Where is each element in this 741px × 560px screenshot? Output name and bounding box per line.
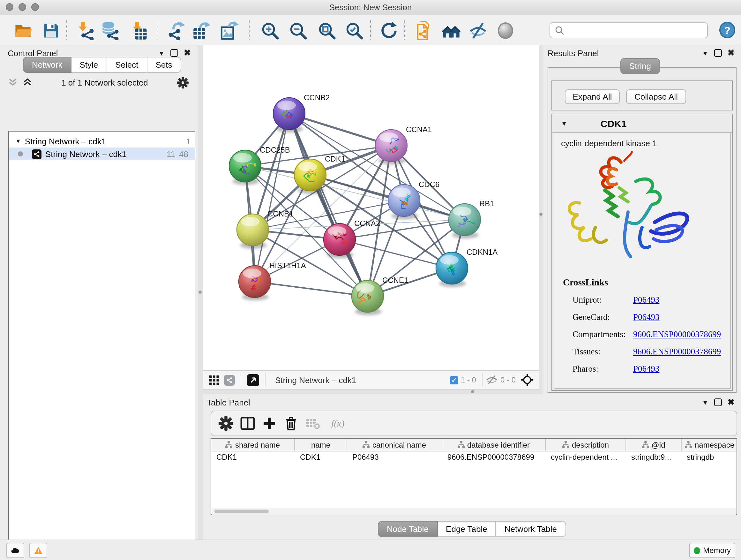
zoom-fit-button[interactable]	[316, 20, 338, 42]
crosslinks-title: CrossLinks	[563, 277, 608, 288]
splitter-handle[interactable]	[199, 291, 202, 294]
hidden-eye-icon[interactable]	[486, 375, 498, 385]
network-view-toolbar: String Network – cdk1 ✓ 1 - 0 0 - 0	[203, 370, 539, 389]
memory-button[interactable]: Memory	[689, 543, 735, 558]
cloud-status-button[interactable]	[6, 543, 24, 558]
import-table-button[interactable]	[128, 20, 150, 42]
function-builder-button[interactable]: f(x)	[331, 418, 345, 429]
column-header-shared-name[interactable]: shared name	[211, 439, 295, 451]
tab-style[interactable]: Style	[71, 57, 107, 73]
help-button[interactable]: ?	[719, 22, 735, 38]
column-header-database-identifier[interactable]: database identifier	[442, 439, 546, 451]
expand-all-button[interactable]: Expand All	[565, 89, 620, 104]
string-view-button[interactable]	[224, 374, 235, 385]
edge-HIST1H1A-CCNE1[interactable]	[255, 282, 367, 296]
zoom-selected-button[interactable]	[343, 20, 365, 42]
export-network-button[interactable]	[165, 20, 187, 42]
birds-eye-view-button[interactable]	[247, 374, 259, 386]
collapse-all-icon[interactable]	[8, 77, 18, 87]
zoom-out-button[interactable]	[287, 20, 309, 42]
result-entry-header[interactable]: ▼ CDK1	[552, 114, 732, 133]
table-cell-namespace: stringdb	[682, 451, 737, 463]
tab-select[interactable]: Select	[107, 57, 147, 73]
entry-expander-icon[interactable]: ▼	[561, 120, 567, 127]
protein-structure-image	[560, 151, 697, 269]
splitter-handle[interactable]	[539, 212, 542, 216]
export-network-icon	[166, 21, 186, 40]
table-options-button[interactable]	[216, 414, 235, 433]
home-networks-button[interactable]	[441, 20, 462, 42]
tab-node-table[interactable]: Node Table	[378, 521, 437, 537]
apply-layout-button[interactable]	[378, 20, 400, 42]
column-header-name[interactable]: name	[295, 439, 347, 451]
column-header-namespace[interactable]: namespace	[682, 439, 737, 451]
control-panel-menu-button[interactable]: ▼	[158, 50, 165, 57]
crosslink-link-pharos[interactable]: P06493	[633, 364, 660, 374]
grid-view-button[interactable]	[209, 375, 219, 385]
fit-selected-button[interactable]	[521, 374, 534, 386]
table-cell-database-identifier: 9606.ENSP00000378699	[442, 451, 546, 463]
tab-string[interactable]: String	[620, 58, 660, 74]
gray-sphere-icon	[498, 22, 513, 39]
tab-edge-table[interactable]: Edge Table	[437, 521, 496, 537]
tab-sets[interactable]: Sets	[147, 57, 181, 73]
control-panel-tabs: NetworkStyleSelectSets	[23, 57, 181, 73]
crosslink-link-tissues[interactable]: 9606.ENSP00000378699	[633, 347, 721, 357]
zoom-in-button[interactable]	[259, 20, 281, 42]
network-selection-status: 1 of 1 Network selected	[32, 78, 177, 87]
column-header-description[interactable]: description	[546, 439, 626, 451]
results-panel-close-button[interactable]: ✖	[728, 50, 735, 56]
selected-nodes-checkbox[interactable]: ✓	[450, 376, 458, 384]
table-panel-menu-button[interactable]: ▼	[702, 399, 709, 406]
table-panel-close-button[interactable]: ✖	[728, 399, 735, 406]
show-panel-button[interactable]	[496, 20, 518, 42]
left-splitter[interactable]	[198, 45, 203, 540]
crosslink-link-uniprot[interactable]: P06493	[633, 295, 660, 305]
splitter-handle[interactable]	[471, 390, 474, 393]
memory-label: Memory	[703, 546, 731, 555]
table-horizontal-scrollbar[interactable]	[212, 508, 736, 515]
import-network-from-database-button[interactable]	[99, 20, 121, 42]
table-row[interactable]: CDK1CDK1P064939606.ENSP00000378699cyclin…	[211, 451, 737, 463]
node-label-CCNB1: CCNB1	[267, 209, 293, 218]
crosslink-link-genecard[interactable]: P06493	[633, 312, 660, 322]
warnings-button[interactable]	[29, 543, 47, 558]
search-input[interactable]	[565, 26, 707, 35]
crosslink-link-compartments[interactable]: 9606.ENSP00000378699	[633, 329, 721, 339]
control-panel-close-button[interactable]: ✖	[184, 50, 191, 56]
export-table-button[interactable]	[191, 20, 212, 42]
results-panel-menu-button[interactable]: ▼	[702, 50, 709, 57]
collapse-all-button[interactable]: Collapse All	[626, 89, 686, 104]
export-image-button[interactable]	[218, 20, 240, 42]
tab-network[interactable]: Network	[23, 57, 71, 73]
table-panel-title: Table Panel	[207, 398, 250, 408]
node-gloss	[356, 283, 374, 293]
column-header-id[interactable]: @id	[626, 439, 682, 451]
column-header-canonical-name[interactable]: canonical name	[347, 439, 442, 451]
delete-table-button[interactable]	[303, 414, 322, 433]
results-panel-float-button[interactable]	[714, 49, 722, 57]
create-column-button[interactable]	[260, 414, 279, 433]
control-panel-float-button[interactable]	[171, 49, 178, 57]
tree-expander-icon[interactable]: ▼	[15, 138, 21, 144]
crosslink-row-pharos: Pharos:P06493	[555, 360, 731, 377]
scrollbar-thumb[interactable]	[214, 509, 269, 513]
zoom-out-icon	[288, 21, 308, 40]
import-network-button[interactable]	[75, 20, 97, 42]
save-session-button[interactable]	[40, 20, 62, 42]
network-collection-row[interactable]: ▼ String Network – cdk1 1	[9, 135, 195, 147]
edge-CCNB2-HIST1H1A[interactable]	[255, 114, 289, 282]
hide-panel-button[interactable]	[467, 20, 489, 42]
network-row-selected[interactable]: String Network – cdk1 11 48	[9, 147, 195, 160]
string-protein-query-button[interactable]	[413, 20, 434, 42]
open-session-button[interactable]	[12, 20, 34, 42]
show-column-button[interactable]	[238, 414, 257, 433]
network-canvas[interactable]: CCNB2CCNA1CDC25BCDK1CDC6RB1CCNB1CCNA2CDK…	[203, 45, 539, 370]
tab-network-table[interactable]: Network Table	[496, 521, 566, 537]
table-panel-float-button[interactable]	[714, 398, 722, 406]
delete-column-button[interactable]	[281, 414, 300, 433]
node-group-CCNB1: CCNB1	[237, 209, 293, 249]
network-options-gear-icon[interactable]	[177, 76, 189, 88]
eye-slash-blue-icon	[468, 21, 488, 40]
expand-all-icon[interactable]	[22, 77, 32, 87]
